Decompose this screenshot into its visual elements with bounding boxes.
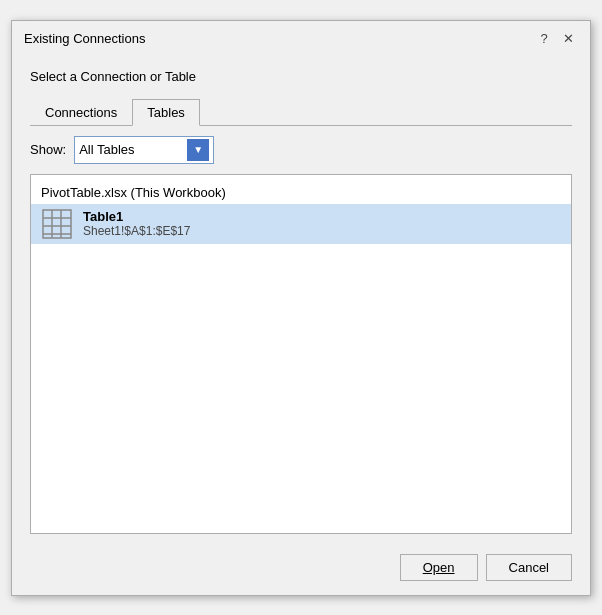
tab-connections[interactable]: Connections	[30, 99, 132, 126]
dialog-footer: Open Cancel	[12, 544, 590, 595]
show-dropdown[interactable]: All TablesThis WorkbookAll Connections	[79, 142, 185, 157]
list-group-header: PivotTable.xlsx (This Workbook)	[31, 181, 571, 204]
list-item-range: Sheet1!$A$1:$E$17	[83, 224, 190, 238]
table-icon	[41, 208, 73, 240]
title-bar-controls: ? ✕	[534, 29, 578, 49]
existing-connections-dialog: Existing Connections ? ✕ Select a Connec…	[11, 20, 591, 596]
dialog-title: Existing Connections	[24, 31, 145, 46]
show-label: Show:	[30, 142, 66, 157]
dialog-subtitle: Select a Connection or Table	[30, 69, 572, 84]
close-button[interactable]: ✕	[558, 29, 578, 49]
show-select-wrapper[interactable]: All TablesThis WorkbookAll Connections ▼	[74, 136, 214, 164]
help-button[interactable]: ?	[534, 29, 554, 49]
show-row: Show: All TablesThis WorkbookAll Connect…	[30, 136, 572, 164]
list-item[interactable]: Table1 Sheet1!$A$1:$E$17	[31, 204, 571, 244]
dropdown-arrow-icon: ▼	[187, 139, 209, 161]
list-item-text: Table1 Sheet1!$A$1:$E$17	[83, 209, 190, 238]
open-button[interactable]: Open	[400, 554, 478, 581]
list-item-name: Table1	[83, 209, 190, 224]
tabs-row: Connections Tables	[30, 98, 572, 126]
title-bar: Existing Connections ? ✕	[12, 21, 590, 55]
list-container: PivotTable.xlsx (This Workbook) Table1 S…	[30, 174, 572, 534]
cancel-button[interactable]: Cancel	[486, 554, 572, 581]
dialog-body: Select a Connection or Table Connections…	[12, 55, 590, 544]
tab-tables[interactable]: Tables	[132, 99, 200, 126]
